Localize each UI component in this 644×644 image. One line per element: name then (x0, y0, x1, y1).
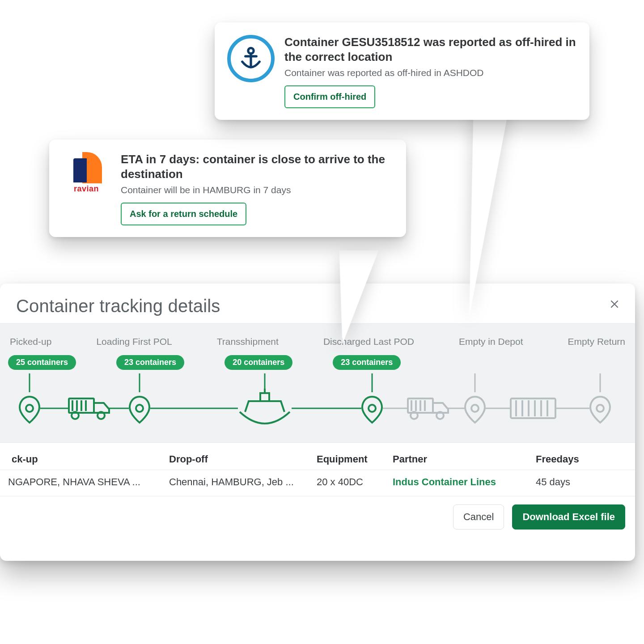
pin-icon (465, 397, 485, 423)
stage-strip: Picked-up Loading First POL Transshipmen… (0, 323, 635, 443)
eta-card-title: ETA in 7 days: container is close to arr… (121, 152, 393, 181)
count-pill: 20 containers (225, 355, 292, 370)
stage-label: Empty Return (568, 336, 625, 347)
stage-label: Transshipment (217, 336, 279, 347)
journey-flow (5, 373, 630, 427)
th-dropoff: Drop-off (169, 453, 317, 465)
truck-icon (69, 398, 109, 419)
cell-dropoff: Chennai, HAMBURG, Jeb ... (169, 476, 317, 488)
count-pill: 23 containers (116, 355, 184, 370)
svg-point-32 (471, 405, 479, 412)
th-pickup: ck-up (8, 453, 169, 465)
pin-icon (130, 397, 149, 423)
stage-label: Picked-up (10, 336, 51, 347)
table-row[interactable]: NGAPORE, NHAVA SHEVA ... Chennai, HAMBUR… (0, 470, 635, 496)
cell-equipment: 20 x 40DC (317, 476, 393, 488)
ask-return-schedule-button[interactable]: Ask for a return schedule (121, 203, 246, 225)
confirm-offhired-button[interactable]: Confirm off-hired (284, 85, 375, 108)
close-button[interactable] (606, 296, 623, 312)
th-freedays: Freedays (536, 453, 607, 465)
eta-card-subtitle: Container will be in HAMBURG in 7 days (121, 185, 393, 195)
cell-pickup: NGAPORE, NHAVA SHEVA ... (8, 476, 169, 488)
th-partner: Partner (393, 453, 536, 465)
pin-icon (362, 397, 382, 423)
stage-label: Loading First POL (96, 336, 172, 347)
count-pill: 25 containers (8, 355, 76, 370)
svg-point-24 (369, 405, 376, 412)
close-icon (609, 299, 620, 309)
offhired-card: Container GESU3518512 was reported as of… (215, 22, 589, 120)
count-pill: 23 containers (333, 355, 401, 370)
anchor-icon (227, 35, 275, 82)
pin-icon (590, 397, 610, 423)
ship-icon (240, 389, 290, 424)
ravian-logo-text: ravian (74, 184, 99, 194)
offhired-card-title: Container GESU3518512 was reported as of… (284, 35, 576, 64)
svg-rect-33 (511, 398, 555, 418)
truck-icon (408, 398, 448, 419)
pin-icon (20, 397, 39, 423)
cancel-button[interactable]: Cancel (453, 504, 504, 530)
offhired-card-subtitle: Container was reported as off-hired in A… (284, 68, 576, 78)
panel-title: Container tracking details (16, 296, 619, 316)
table-header: ck-up Drop-off Equipment Partner Freeday… (0, 451, 635, 470)
download-excel-button[interactable]: Download Excel file (512, 504, 625, 530)
svg-point-22 (136, 405, 143, 412)
eta-card: ravian ETA in 7 days: container is close… (49, 140, 406, 237)
svg-point-14 (26, 405, 33, 412)
partner-link[interactable]: Indus Container Lines (393, 476, 536, 488)
svg-point-40 (597, 405, 604, 412)
th-equipment: Equipment (317, 453, 393, 465)
tracking-panel: Container tracking details Picked-up Loa… (0, 284, 635, 561)
cell-freedays: 45 days (536, 476, 607, 488)
stage-label: Empty in Depot (459, 336, 523, 347)
ravian-logo: ravian (62, 152, 111, 194)
container-icon (511, 398, 555, 418)
